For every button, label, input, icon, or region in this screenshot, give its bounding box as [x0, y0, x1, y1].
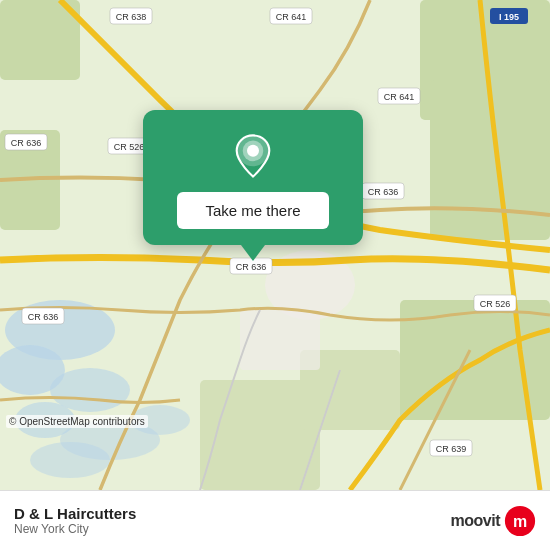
svg-text:CR 639: CR 639 [436, 444, 467, 454]
bottom-bar: D & L Haircutters New York City moovit m [0, 490, 550, 550]
svg-text:CR 526: CR 526 [114, 142, 145, 152]
location-city: New York City [14, 522, 136, 536]
location-info: D & L Haircutters New York City [14, 505, 136, 536]
svg-text:CR 636: CR 636 [236, 262, 267, 272]
svg-text:CR 641: CR 641 [276, 12, 307, 22]
svg-text:CR 526: CR 526 [480, 299, 511, 309]
map-pin-icon [229, 132, 277, 180]
svg-text:m: m [513, 513, 527, 530]
popup-tail [241, 245, 265, 261]
popup-card: Take me there [143, 110, 363, 245]
map-container: CR 638 CR 641 I 195 CR 641 CR 636 CR 526… [0, 0, 550, 490]
svg-text:CR 636: CR 636 [11, 138, 42, 148]
svg-text:I 195: I 195 [499, 12, 519, 22]
moovit-logo: moovit m [451, 505, 536, 537]
svg-text:CR 638: CR 638 [116, 12, 147, 22]
take-me-there-button[interactable]: Take me there [177, 192, 328, 229]
svg-rect-16 [240, 310, 320, 370]
svg-text:CR 636: CR 636 [368, 187, 399, 197]
svg-text:CR 636: CR 636 [28, 312, 59, 322]
svg-text:CR 641: CR 641 [384, 92, 415, 102]
map-attribution: © OpenStreetMap contributors [6, 415, 148, 428]
svg-point-6 [30, 442, 110, 478]
location-name: D & L Haircutters [14, 505, 136, 522]
moovit-icon: m [504, 505, 536, 537]
svg-point-41 [247, 145, 259, 157]
moovit-text: moovit [451, 512, 500, 530]
